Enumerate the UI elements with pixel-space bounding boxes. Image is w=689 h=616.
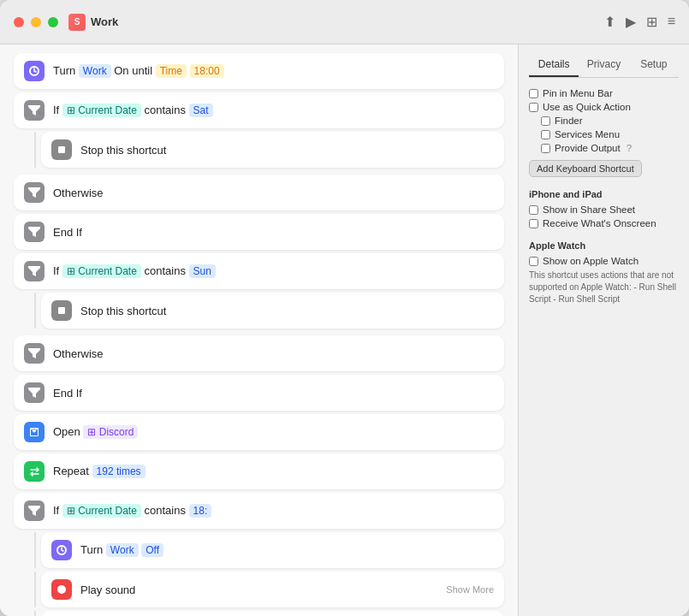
receive-onscreen-row: Receive What's Onscreen [529,218,679,228]
stop-icon-1 [51,139,72,160]
tab-privacy[interactable]: Privacy [579,55,628,77]
iphone-ipad-section: iPhone and iPad Show in Share Sheet Rece… [529,189,679,228]
work-token: Work [79,64,111,78]
tab-details[interactable]: Details [529,55,579,77]
work-token-2: Work [106,543,139,557]
turn-icon [24,61,45,81]
current-date-token-2: ⊞ Current Date [62,264,141,278]
action-open-discord[interactable]: Open ⊞ Discord [14,414,504,450]
stop-icon-2 [51,300,72,321]
provide-output-row: Provide Output ? [541,143,679,153]
finder-label: Finder [555,116,583,126]
apple-watch-title: Apple Watch [529,240,679,251]
app-icon: S [68,14,86,31]
question-mark: ? [627,143,632,153]
show-more-play[interactable]: Show More [446,584,494,595]
otherwise-text-2: Otherwise [53,347,494,360]
action-repeat[interactable]: Repeat 192 times [14,453,504,489]
discord-token-1: ⊞ Discord [83,425,138,439]
play-sound-icon [51,579,72,600]
action-turn-work-off[interactable]: Turn Work Off [41,532,504,568]
repeat-icon [24,461,45,482]
filter-icon-3 [24,500,45,521]
receive-onscreen-checkbox[interactable] [529,219,538,228]
time-token: Time [156,64,187,78]
menu-icon[interactable]: ≡ [668,14,675,30]
open-icon [24,422,45,442]
if-sun-text: If ⊞ Current Date contains Sun [53,264,494,278]
end-if-icon-2 [24,382,45,403]
stop-text-1: Stop this shortcut [80,144,494,157]
turn-work-text: Turn Work On until Time 18:00 [53,64,494,78]
provide-output-checkbox[interactable] [541,144,550,153]
action-end-if-2[interactable]: End If [14,375,504,411]
show-apple-watch-row: Show on Apple Watch [529,256,679,266]
titlebar: S Work ⬆ ▶ ⊞ ≡ [0,0,689,44]
play-sound-text: Play sound [80,583,437,596]
svg-rect-1 [58,146,65,153]
otherwise-text-1: Otherwise [53,187,494,199]
svg-point-4 [57,585,66,594]
play-icon[interactable]: ▶ [626,14,636,30]
sidebar-pin-section: Pin in Menu Bar Use as Quick Action Find… [529,88,679,177]
otherwise-icon-1 [24,182,45,203]
show-share-sheet-checkbox[interactable] [529,205,538,215]
action-stop-2[interactable]: Stop this shortcut [41,293,504,329]
share-icon[interactable]: ⬆ [604,14,615,30]
turn-off-icon [51,540,72,560]
finder-checkbox[interactable] [541,116,550,126]
quick-action-checkbox[interactable] [529,103,538,112]
filter-icon-2 [24,261,45,281]
add-keyboard-shortcut-button[interactable]: Add Keyboard Shortcut [529,160,642,177]
if-sat-text: If ⊞ Current Date contains Sat [53,104,494,117]
quick-action-label: Use as Quick Action [543,102,631,112]
sidebar-tabs: Details Privacy Setup [529,55,679,78]
filter-icon-1 [24,100,45,121]
action-quit-discord[interactable]: Quit App ⊞ Discord Show More [41,611,504,616]
sat-token: Sat [189,104,213,117]
finder-row: Finder [541,116,679,126]
action-stop-1[interactable]: Stop this shortcut [41,132,504,168]
action-if-sat[interactable]: If ⊞ Current Date contains Sat [14,92,504,128]
close-button[interactable] [14,17,24,27]
repeat-count-token: 192 times [92,465,146,478]
pin-menu-bar-label: Pin in Menu Bar [543,88,613,98]
repeat-text: Repeat 192 times [53,465,494,478]
show-apple-watch-checkbox[interactable] [529,257,538,266]
action-if-18[interactable]: If ⊞ Current Date contains 18: [14,493,504,529]
end-if-text-2: End If [53,387,494,400]
show-share-sheet-label: Show in Share Sheet [543,204,635,215]
pin-menu-bar-checkbox[interactable] [529,89,538,98]
pin-menu-bar-row: Pin in Menu Bar [529,88,679,98]
fullscreen-button[interactable] [48,17,58,27]
quick-action-row: Use as Quick Action [529,102,679,112]
apple-watch-section: Apple Watch Show on Apple Watch This sho… [529,240,679,305]
traffic-lights [14,17,58,27]
minimize-button[interactable] [31,17,41,27]
action-play-sound[interactable]: Play sound Show More [41,572,504,607]
services-menu-checkbox[interactable] [541,130,550,139]
action-otherwise-2[interactable]: Otherwise [14,335,504,371]
sun-token: Sun [189,264,216,278]
end-if-text-1: End If [53,226,494,239]
turn-work-off-text: Turn Work Off [80,543,494,557]
show-apple-watch-label: Show on Apple Watch [543,256,639,266]
action-otherwise-1[interactable]: Otherwise [14,175,504,210]
otherwise-icon-2 [24,343,45,364]
iphone-section-title: iPhone and iPad [529,189,679,199]
current-date-token-1: ⊞ Current Date [62,104,141,117]
action-end-if-1[interactable]: End If [14,214,504,250]
receive-onscreen-label: Receive What's Onscreen [543,218,656,228]
tab-setup[interactable]: Setup [629,55,679,77]
app-window: S Work ⬆ ▶ ⊞ ≡ Turn Work On until Time 1… [0,0,689,616]
window-icon[interactable]: ⊞ [646,14,657,30]
services-menu-row: Services Menu [541,129,679,139]
open-discord-text: Open ⊞ Discord [53,425,494,439]
content-area: Turn Work On until Time 18:00 If ⊞ Curre… [0,44,689,616]
action-if-sun[interactable]: If ⊞ Current Date contains Sun [14,253,504,289]
action-turn-work[interactable]: Turn Work On until Time 18:00 [14,53,504,89]
end-if-icon-1 [24,222,45,242]
stop-text-2: Stop this shortcut [80,305,494,317]
time-value-token: 18:00 [190,64,224,78]
main-panel: Turn Work On until Time 18:00 If ⊞ Curre… [0,44,518,616]
